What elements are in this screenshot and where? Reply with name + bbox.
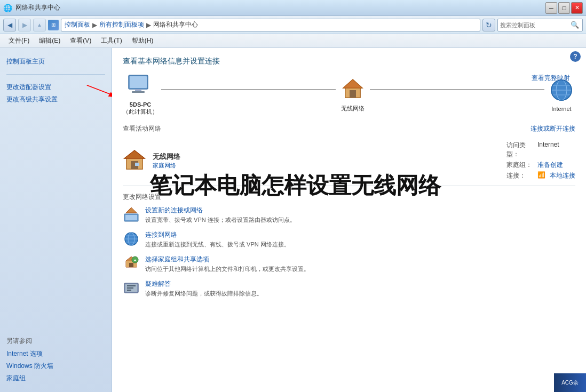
section-title: 查看基本网络信息并设置连接 — [123, 57, 575, 66]
pc-svg — [126, 74, 154, 99]
option3-link[interactable]: 选择家庭组和共享选项 — [145, 255, 310, 264]
active-network-title: 查看活动网络 — [123, 124, 161, 133]
svg-rect-10 — [350, 90, 356, 98]
back-button[interactable]: ◀ — [3, 19, 16, 31]
window-icon: 🌐 — [3, 4, 12, 12]
breadcrumb-sep2: ▶ — [146, 21, 151, 29]
net-node-pc: 5DS-PC （此计算机） — [123, 74, 158, 116]
svg-rect-24 — [125, 215, 137, 220]
net-option-3: + 选择家庭组和共享选项 访问位于其他网络计算机上的文件和打印机，或更改共享设置… — [123, 255, 575, 273]
option3-svg: + — [123, 255, 139, 271]
svg-marker-20 — [124, 150, 145, 158]
active-net-info: 无线网络 家庭网络 — [153, 152, 500, 170]
sidebar-nav-section: 更改适配器设置 更改高级共享设置 — [0, 79, 112, 108]
connection-row: 连接： 📶 本地连接 — [506, 171, 575, 180]
sidebar-item-adapter[interactable]: 更改适配器设置 — [6, 81, 105, 93]
svg-rect-22 — [135, 163, 139, 166]
sidebar-item-home[interactable]: 控制面板主页 — [6, 55, 105, 68]
active-net-name: 无线网络 — [153, 152, 500, 162]
pc-subtitle: （此计算机） — [123, 108, 158, 116]
refresh-icon: ↻ — [486, 21, 492, 29]
active-net-type[interactable]: 家庭网络 — [153, 162, 500, 170]
menu-edit[interactable]: 编辑(E) — [35, 35, 65, 46]
internet-label: Internet — [551, 106, 571, 112]
option2-desc: 连接或重新连接到无线、有线、拨号或 VPN 网络连接。 — [145, 241, 290, 249]
option1-icon — [123, 206, 140, 223]
wireless-svg — [339, 77, 367, 102]
option2-link[interactable]: 连接到网络 — [145, 230, 290, 239]
forward-button[interactable]: ▶ — [18, 19, 31, 31]
connection-value[interactable]: 本地连接 — [550, 171, 575, 180]
breadcrumb-item3: 网络和共享中心 — [153, 20, 198, 29]
search-button[interactable]: 🔍 — [569, 20, 580, 30]
option4-svg — [123, 280, 139, 296]
net-option-2: 连接到网络 连接或重新连接到无线、有线、拨号或 VPN 网络连接。 — [123, 230, 575, 249]
svg-rect-40 — [127, 290, 131, 291]
sidebar-main-section: 控制面板主页 — [0, 53, 112, 70]
active-network-header: 查看活动网络 连接或断开连接 — [123, 124, 575, 133]
option2-svg — [123, 231, 139, 247]
connection-label: 连接： — [506, 171, 533, 180]
search-input[interactable] — [500, 22, 569, 28]
wireless-label: 无线网络 — [341, 105, 365, 113]
title-bar-controls: ─ □ ✕ — [545, 2, 583, 14]
option1-link[interactable]: 设置新的连接或网络 — [145, 206, 296, 215]
maximize-button[interactable]: □ — [558, 2, 570, 14]
svg-rect-5 — [132, 91, 145, 93]
menu-tools[interactable]: 工具(T) — [97, 35, 126, 46]
svg-rect-4 — [135, 89, 141, 91]
option2-icon — [123, 230, 140, 247]
menu-help[interactable]: 帮助(H) — [128, 35, 158, 46]
system-icon: ⊞ — [48, 20, 59, 30]
wifi-icon-small: 📶 — [537, 171, 545, 180]
breadcrumb-item2[interactable]: 所有控制面板项 — [99, 20, 144, 29]
option2-text: 连接到网络 连接或重新连接到无线、有线、拨号或 VPN 网络连接。 — [145, 230, 290, 249]
up-button[interactable]: ▲ — [33, 19, 46, 31]
pc-label: 5DS-PC （此计算机） — [123, 101, 158, 116]
net-node-wireless: 无线网络 — [339, 77, 367, 113]
close-button[interactable]: ✕ — [571, 2, 583, 14]
option4-desc: 诊断并修复网络问题，或获得故障排除信息。 — [145, 290, 263, 298]
sidebar-also-homegroup[interactable]: 家庭组 — [6, 372, 105, 385]
svg-marker-25 — [126, 207, 137, 213]
svg-text:+: + — [134, 258, 137, 263]
sidebar-also-internet[interactable]: Internet 选项 — [6, 348, 105, 360]
view-full-map-link[interactable]: 查看完整映射 — [532, 74, 570, 83]
up-icon: ▲ — [37, 22, 42, 28]
help-button[interactable]: ? — [570, 51, 581, 62]
menu-bar: 文件(F) 编辑(E) 查看(V) 工具(T) 帮助(H) — [0, 34, 586, 48]
connect-link[interactable]: 连接或断开连接 — [530, 124, 575, 133]
content-area: ? 查看基本网络信息并设置连接 — [112, 48, 586, 392]
net-line2 — [370, 89, 544, 90]
breadcrumb-item1[interactable]: 控制面板 — [65, 20, 90, 29]
title-bar-left: 🌐 网络和共享中心 — [3, 3, 60, 12]
also-title: 另请参阅 — [6, 337, 105, 346]
homegroup-value[interactable]: 准备创建 — [537, 161, 563, 170]
svg-marker-9 — [343, 79, 362, 88]
menu-view[interactable]: 查看(V) — [66, 35, 96, 46]
active-network-row: 无线网络 家庭网络 访问类型： Internet 家庭组： 准备创建 连接： 📶 — [123, 138, 575, 186]
active-network-icon — [123, 149, 146, 172]
access-type-row: 访问类型： Internet — [506, 141, 575, 159]
address-bar: ◀ ▶ ▲ ⊞ 控制面板 ▶ 所有控制面板项 ▶ 网络和共享中心 ↻ 🔍 — [0, 16, 586, 34]
option3-desc: 访问位于其他网络计算机上的文件和打印机，或更改共享设置。 — [145, 265, 310, 273]
search-icon: 🔍 — [571, 21, 579, 29]
sidebar-also-firewall[interactable]: Windows 防火墙 — [6, 360, 105, 372]
minimize-button[interactable]: ─ — [545, 2, 557, 14]
option4-link[interactable]: 疑难解答 — [145, 279, 263, 289]
sidebar-item-advanced-sharing[interactable]: 更改高级共享设置 — [6, 93, 105, 106]
taskbar: ACG余 — [554, 373, 586, 392]
sidebar-spacer — [0, 108, 112, 334]
refresh-button[interactable]: ↻ — [482, 19, 495, 31]
net-option-1: 设置新的连接或网络 设置宽带、拨号或 VPN 连接；或者设置路由器或访问点。 — [123, 206, 575, 224]
access-label: 访问类型： — [506, 141, 533, 159]
option1-svg — [123, 206, 139, 222]
menu-file[interactable]: 文件(F) — [4, 35, 34, 46]
breadcrumb-sep1: ▶ — [92, 21, 97, 29]
active-net-details: 访问类型： Internet 家庭组： 准备创建 连接： 📶 本地连接 — [506, 141, 575, 180]
sidebar-also-section: 另请参阅 Internet 选项 Windows 防火墙 家庭组 — [0, 334, 112, 387]
option1-text: 设置新的连接或网络 设置宽带、拨号或 VPN 连接；或者设置路由器或访问点。 — [145, 206, 296, 224]
svg-rect-3 — [130, 76, 147, 88]
active-house-svg — [123, 149, 146, 172]
homegroup-label: 家庭组： — [506, 161, 533, 170]
